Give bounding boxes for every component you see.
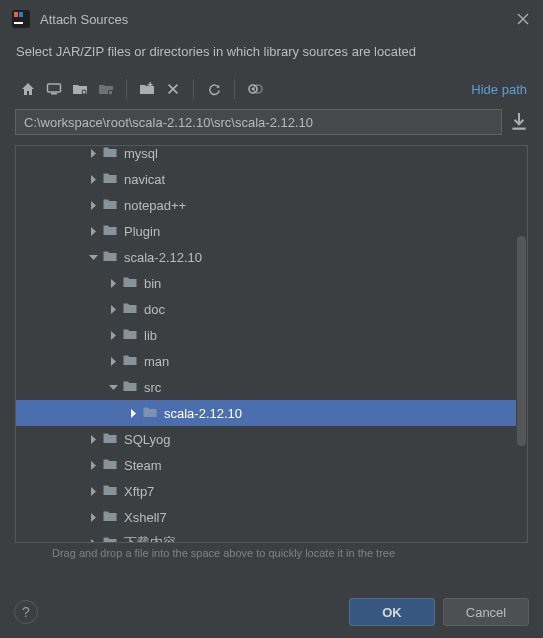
project-folder-icon[interactable] [68,77,92,101]
scrollbar[interactable] [516,146,527,542]
chevron-right-icon[interactable] [84,435,102,444]
svg-rect-2 [19,12,23,17]
tree-item-label: man [144,354,169,369]
folder-icon [102,146,124,163]
toolbar-separator [193,79,194,99]
hide-path-link[interactable]: Hide path [471,82,527,97]
svg-point-14 [254,85,262,93]
close-icon[interactable] [515,11,531,27]
chevron-down-icon[interactable] [104,383,122,392]
tree-item[interactable]: 下载内容 [16,530,516,542]
tree-item[interactable]: Steam [16,452,516,478]
tree-item-label: Plugin [124,224,160,239]
dialog-subtitle: Select JAR/ZIP files or directories in w… [0,36,543,71]
toolbar-separator [234,79,235,99]
chevron-right-icon[interactable] [84,461,102,470]
folder-icon [102,170,124,189]
tree-item[interactable]: lib [16,322,516,348]
folder-icon [102,508,124,527]
tree-item-label: notepad++ [124,198,186,213]
folder-icon [102,222,124,241]
tree-item[interactable]: scala-2.12.10 [16,244,516,270]
file-tree[interactable]: mysqlnavicatnotepad++Pluginscala-2.12.10… [16,146,516,542]
tree-item[interactable]: Xshell7 [16,504,516,530]
tree-item[interactable]: Plugin [16,218,516,244]
drag-hint: Drag and drop a file into the space abov… [0,543,543,559]
svg-rect-4 [48,84,61,92]
tree-item[interactable]: man [16,348,516,374]
home-icon[interactable] [16,77,40,101]
folder-icon [102,534,124,543]
toolbar-separator [126,79,127,99]
chevron-right-icon[interactable] [104,279,122,288]
window-title: Attach Sources [40,12,515,27]
folder-icon [122,326,144,345]
app-icon [12,10,30,28]
tree-item[interactable]: src [16,374,516,400]
tree-item-label: doc [144,302,165,317]
tree-item[interactable]: scala-2.12.10 [16,400,516,426]
svg-rect-15 [512,128,525,130]
download-icon[interactable] [510,112,528,132]
tree-item[interactable]: navicat [16,166,516,192]
tree-item[interactable]: Xftp7 [16,478,516,504]
chevron-right-icon[interactable] [84,487,102,496]
tree-item[interactable]: mysql [16,146,516,166]
folder-icon [122,300,144,319]
chevron-right-icon[interactable] [84,227,102,236]
module-folder-icon[interactable] [94,77,118,101]
footer: ? OK Cancel [0,588,543,638]
toolbar: Hide path [0,71,543,107]
show-hidden-icon[interactable] [243,77,267,101]
tree-item-label: Xftp7 [124,484,154,499]
tree-item-label: navicat [124,172,165,187]
chevron-down-icon[interactable] [84,253,102,262]
folder-icon [122,352,144,371]
refresh-icon[interactable] [202,77,226,101]
folder-icon [102,482,124,501]
tree-container: mysqlnavicatnotepad++Pluginscala-2.12.10… [15,145,528,543]
chevron-right-icon[interactable] [124,409,142,418]
tree-item-label: scala-2.12.10 [164,406,242,421]
chevron-right-icon[interactable] [84,513,102,522]
svg-point-7 [83,91,86,94]
chevron-right-icon[interactable] [104,305,122,314]
cancel-button[interactable]: Cancel [443,598,529,626]
folder-icon [122,378,144,397]
tree-item-label: src [144,380,161,395]
svg-rect-1 [14,12,18,17]
help-button[interactable]: ? [14,600,38,624]
tree-item[interactable]: SQLyog [16,426,516,452]
new-folder-icon[interactable] [135,77,159,101]
ok-button[interactable]: OK [349,598,435,626]
tree-item-label: Xshell7 [124,510,167,525]
folder-icon [102,456,124,475]
tree-item-label: scala-2.12.10 [124,250,202,265]
tree-item[interactable]: doc [16,296,516,322]
svg-rect-11 [148,84,153,86]
path-input[interactable] [15,109,502,135]
scrollbar-thumb[interactable] [517,236,526,446]
tree-item-label: 下载内容 [124,534,176,542]
tree-item-label: SQLyog [124,432,171,447]
chevron-right-icon[interactable] [84,149,102,158]
tree-item[interactable]: notepad++ [16,192,516,218]
chevron-right-icon[interactable] [104,331,122,340]
folder-icon [102,430,124,449]
titlebar: Attach Sources [0,0,543,36]
folder-icon [122,274,144,293]
svg-rect-5 [51,93,57,95]
tree-item-label: Steam [124,458,162,473]
tree-item-label: lib [144,328,157,343]
tree-item[interactable]: bin [16,270,516,296]
svg-rect-3 [14,22,23,24]
folder-icon [102,196,124,215]
svg-rect-9 [109,91,112,94]
chevron-right-icon[interactable] [104,357,122,366]
folder-icon [102,248,124,267]
delete-icon[interactable] [161,77,185,101]
chevron-right-icon[interactable] [84,175,102,184]
desktop-icon[interactable] [42,77,66,101]
chevron-right-icon[interactable] [84,201,102,210]
chevron-right-icon[interactable] [84,539,102,543]
